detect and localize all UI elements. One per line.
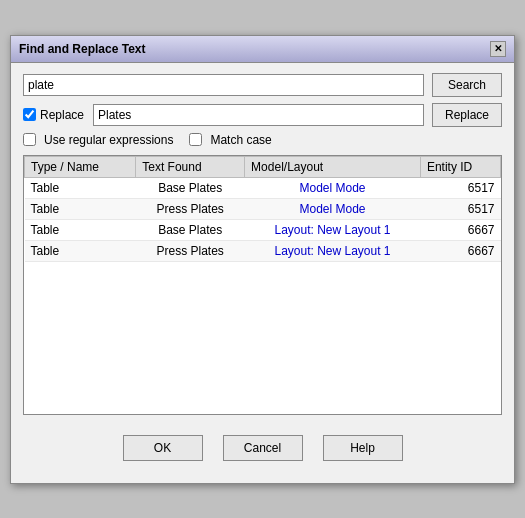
footer: OK Cancel Help <box>23 425 502 473</box>
cancel-button[interactable]: Cancel <box>223 435 303 461</box>
replace-label-area: Replace <box>23 108 93 122</box>
table-row[interactable]: TableBase PlatesModel Mode6517 <box>25 177 501 198</box>
cell-entity-id: 6667 <box>420 240 500 261</box>
help-button[interactable]: Help <box>323 435 403 461</box>
col-header: Model/Layout <box>245 156 421 177</box>
title-bar: Find and Replace Text ✕ <box>11 36 514 63</box>
cell-type: Table <box>25 240 136 261</box>
table-header-row: Type / NameText FoundModel/LayoutEntity … <box>25 156 501 177</box>
col-header: Text Found <box>136 156 245 177</box>
cell-text-found: Press Plates <box>136 240 245 261</box>
replace-row: Replace Replace <box>23 103 502 127</box>
close-button[interactable]: ✕ <box>490 41 506 57</box>
match-case-checkbox[interactable] <box>189 133 202 146</box>
ok-button[interactable]: OK <box>123 435 203 461</box>
match-case-option: Match case <box>189 133 271 147</box>
find-row: Search <box>23 73 502 97</box>
col-header: Entity ID <box>420 156 500 177</box>
cell-text-found: Press Plates <box>136 198 245 219</box>
cell-type: Table <box>25 177 136 198</box>
cell-text-found: Base Plates <box>136 177 245 198</box>
dialog-title: Find and Replace Text <box>19 42 145 56</box>
results-table-container: Type / NameText FoundModel/LayoutEntity … <box>23 155 502 415</box>
regex-checkbox[interactable] <box>23 133 36 146</box>
cell-entity-id: 6517 <box>420 177 500 198</box>
cell-model-layout: Model Mode <box>245 177 421 198</box>
replace-button[interactable]: Replace <box>432 103 502 127</box>
cell-type: Table <box>25 198 136 219</box>
replace-input[interactable] <box>93 104 424 126</box>
cell-entity-id: 6667 <box>420 219 500 240</box>
cell-entity-id: 6517 <box>420 198 500 219</box>
cell-type: Table <box>25 219 136 240</box>
regex-label: Use regular expressions <box>44 133 173 147</box>
cell-text-found: Base Plates <box>136 219 245 240</box>
cell-model-layout: Layout: New Layout 1 <box>245 240 421 261</box>
dialog-body: Search Replace Replace Use regular expre… <box>11 63 514 483</box>
replace-checkbox[interactable] <box>23 108 36 121</box>
find-input[interactable] <box>23 74 424 96</box>
cell-model-layout: Layout: New Layout 1 <box>245 219 421 240</box>
col-header: Type / Name <box>25 156 136 177</box>
results-table: Type / NameText FoundModel/LayoutEntity … <box>24 156 501 262</box>
table-row[interactable]: TablePress PlatesLayout: New Layout 1666… <box>25 240 501 261</box>
match-case-label: Match case <box>210 133 271 147</box>
regex-option: Use regular expressions <box>23 133 173 147</box>
search-button[interactable]: Search <box>432 73 502 97</box>
table-row[interactable]: TableBase PlatesLayout: New Layout 16667 <box>25 219 501 240</box>
cell-model-layout: Model Mode <box>245 198 421 219</box>
options-row: Use regular expressions Match case <box>23 133 502 147</box>
find-replace-dialog: Find and Replace Text ✕ Search Replace R… <box>10 35 515 484</box>
table-row[interactable]: TablePress PlatesModel Mode6517 <box>25 198 501 219</box>
table-body: TableBase PlatesModel Mode6517TablePress… <box>25 177 501 261</box>
replace-label: Replace <box>40 108 84 122</box>
